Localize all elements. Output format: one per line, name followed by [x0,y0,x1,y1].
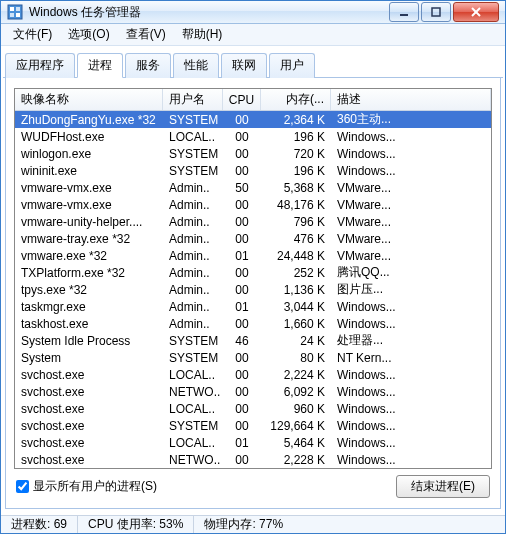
table-row[interactable]: svchost.exeLOCAL..015,464 KWindows... [15,434,491,451]
cell-desc: Windows... [331,434,491,451]
table-row[interactable]: winlogon.exeSYSTEM00720 KWindows... [15,145,491,162]
menu-help[interactable]: 帮助(H) [174,24,231,45]
table-row[interactable]: svchost.exeLOCAL..00960 KWindows... [15,400,491,417]
cell-user: SYSTEM [163,162,223,179]
svg-rect-3 [10,13,14,17]
cell-user: Admin.. [163,264,223,281]
cell-user: SYSTEM [163,332,223,349]
table-row[interactable]: vmware-vmx.exeAdmin..505,368 KVMware... [15,179,491,196]
cell-mem: 252 K [261,264,331,281]
cell-desc: 腾讯QQ... [331,264,491,281]
table-row[interactable]: tpys.exe *32Admin..001,136 K图片压... [15,281,491,298]
cell-mem: 5,368 K [261,179,331,196]
cell-name: vmware-vmx.exe [15,179,163,196]
table-row[interactable]: vmware-tray.exe *32Admin..00476 KVMware.… [15,230,491,247]
bottom-bar: 显示所有用户的进程(S) 结束进程(E) [14,469,492,500]
table-row[interactable]: svchost.exeLOCAL..002,224 KWindows... [15,366,491,383]
window-buttons [387,2,499,22]
maximize-button[interactable] [421,2,451,22]
tabstrip: 应用程序 进程 服务 性能 联网 用户 [3,48,503,78]
show-all-users-input[interactable] [16,480,29,493]
cell-cpu: 00 [223,230,261,247]
cell-mem: 196 K [261,162,331,179]
cell-desc: NT Kern... [331,349,491,366]
tab-users[interactable]: 用户 [269,53,315,78]
table-row[interactable]: taskhost.exeAdmin..001,660 KWindows... [15,315,491,332]
list-body[interactable]: ZhuDongFangYu.exe *32SYSTEM002,364 K360主… [15,111,491,468]
cell-user: LOCAL.. [163,400,223,417]
table-row[interactable]: System Idle ProcessSYSTEM4624 K处理器... [15,332,491,349]
menu-view[interactable]: 查看(V) [118,24,174,45]
cell-user: SYSTEM [163,111,223,128]
col-header-desc[interactable]: 描述 [331,89,491,110]
task-manager-window: Windows 任务管理器 文件(F) 选项(O) 查看(V) 帮助(H) 应用… [0,0,506,534]
cell-desc: Windows... [331,315,491,332]
cell-desc: Windows... [331,145,491,162]
table-row[interactable]: vmware-unity-helper....Admin..00796 KVMw… [15,213,491,230]
cell-desc: VMware... [331,247,491,264]
cell-cpu: 00 [223,315,261,332]
cell-mem: 48,176 K [261,196,331,213]
col-header-user[interactable]: 用户名 [163,89,223,110]
cell-mem: 6,092 K [261,383,331,400]
cell-mem: 24,448 K [261,247,331,264]
cell-mem: 5,464 K [261,434,331,451]
tab-networking[interactable]: 联网 [221,53,267,78]
cell-desc: Windows... [331,366,491,383]
cell-desc: Windows... [331,417,491,434]
tab-performance[interactable]: 性能 [173,53,219,78]
cell-user: SYSTEM [163,349,223,366]
cell-desc: 处理器... [331,332,491,349]
cell-user: SYSTEM [163,417,223,434]
end-process-button[interactable]: 结束进程(E) [396,475,490,498]
col-header-cpu[interactable]: CPU [223,89,261,110]
table-row[interactable]: svchost.exeNETWO..006,092 KWindows... [15,383,491,400]
table-row[interactable]: ZhuDongFangYu.exe *32SYSTEM002,364 K360主… [15,111,491,128]
tab-services[interactable]: 服务 [125,53,171,78]
process-list: 映像名称 用户名 CPU 内存(... 描述 ZhuDongFangYu.exe… [14,88,492,469]
tab-processes[interactable]: 进程 [77,53,123,78]
table-row[interactable]: SystemSYSTEM0080 KNT Kern... [15,349,491,366]
cell-mem: 2,364 K [261,111,331,128]
cell-user: Admin.. [163,196,223,213]
table-row[interactable]: vmware-vmx.exeAdmin..0048,176 KVMware... [15,196,491,213]
cell-cpu: 00 [223,264,261,281]
table-row[interactable]: WUDFHost.exeLOCAL..00196 KWindows... [15,128,491,145]
cell-user: Admin.. [163,213,223,230]
show-all-users-checkbox[interactable]: 显示所有用户的进程(S) [16,478,157,495]
status-process-count: 进程数: 69 [7,516,78,533]
col-header-name[interactable]: 映像名称 [15,89,163,110]
table-row[interactable]: svchost.exeSYSTEM00129,664 KWindows... [15,417,491,434]
cell-user: Admin.. [163,298,223,315]
menu-file[interactable]: 文件(F) [5,24,60,45]
col-header-mem[interactable]: 内存(... [261,89,331,110]
statusbar: 进程数: 69 CPU 使用率: 53% 物理内存: 77% [1,515,505,533]
cell-name: TXPlatform.exe *32 [15,264,163,281]
table-row[interactable]: taskmgr.exeAdmin..013,044 KWindows... [15,298,491,315]
svg-rect-6 [432,8,440,16]
show-all-users-label: 显示所有用户的进程(S) [33,478,157,495]
cell-mem: 1,136 K [261,281,331,298]
table-row[interactable]: wininit.exeSYSTEM00196 KWindows... [15,162,491,179]
cell-cpu: 50 [223,179,261,196]
cell-name: WUDFHost.exe [15,128,163,145]
cell-user: NETWO.. [163,451,223,468]
table-row[interactable]: vmware.exe *32Admin..0124,448 KVMware... [15,247,491,264]
table-row[interactable]: svchost.exeNETWO..002,228 KWindows... [15,451,491,468]
cell-desc: VMware... [331,196,491,213]
cell-cpu: 00 [223,111,261,128]
cell-name: svchost.exe [15,400,163,417]
close-button[interactable] [453,2,499,22]
titlebar[interactable]: Windows 任务管理器 [1,1,505,24]
tab-applications[interactable]: 应用程序 [5,53,75,78]
svg-rect-2 [16,7,20,11]
status-cpu-usage: CPU 使用率: 53% [84,516,194,533]
cell-name: System Idle Process [15,332,163,349]
minimize-button[interactable] [389,2,419,22]
cell-user: LOCAL.. [163,366,223,383]
table-row[interactable]: TXPlatform.exe *32Admin..00252 K腾讯QQ... [15,264,491,281]
menubar: 文件(F) 选项(O) 查看(V) 帮助(H) [1,24,505,46]
cell-cpu: 00 [223,383,261,400]
cell-name: winlogon.exe [15,145,163,162]
menu-options[interactable]: 选项(O) [60,24,117,45]
